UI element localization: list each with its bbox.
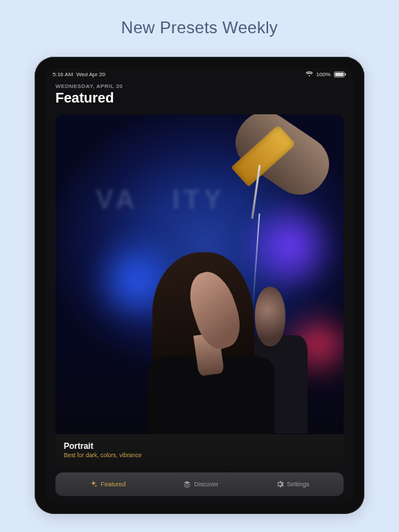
status-date: Wed Apr 20 <box>76 71 105 78</box>
status-battery-text: 100% <box>317 71 330 78</box>
tab-bar: Featured Discover Settings <box>55 472 344 496</box>
page-title: Featured <box>55 90 344 106</box>
preset-desc: Best for dark, colors, vibrance <box>64 452 335 459</box>
card-photo: VA ITY <box>55 114 344 434</box>
header: WEDNESDAY, APRIL 20 Featured <box>46 80 353 112</box>
tab-featured[interactable]: Featured <box>89 480 125 488</box>
status-time: 5:16 AM <box>53 71 73 78</box>
gear-icon <box>276 480 284 488</box>
sparkle-icon <box>89 480 98 488</box>
tab-settings[interactable]: Settings <box>276 480 310 488</box>
device-screen: 5:16 AM Wed Apr 20 100% WEDNESDAY, APRIL… <box>46 68 353 503</box>
wifi-icon <box>305 71 313 77</box>
device-frame: 5:16 AM Wed Apr 20 100% WEDNESDAY, APRIL… <box>35 57 364 514</box>
tab-label: Settings <box>287 481 310 488</box>
svg-rect-1 <box>335 73 344 76</box>
header-date: WEDNESDAY, APRIL 20 <box>55 83 344 89</box>
stack-icon <box>183 480 191 488</box>
battery-icon <box>334 71 346 78</box>
tab-label: Discover <box>194 481 218 488</box>
card-meta: Portrait Best for dark, colors, vibrance <box>55 434 344 467</box>
status-bar: 5:16 AM Wed Apr 20 100% <box>46 68 353 80</box>
preset-name: Portrait <box>64 441 335 451</box>
featured-card[interactable]: VA ITY Portrait Best for dark, colors, v… <box>55 114 344 467</box>
tab-discover[interactable]: Discover <box>183 480 218 488</box>
pouring-arm <box>211 124 332 252</box>
svg-rect-2 <box>345 73 346 75</box>
hero-title: New Presets Weekly <box>121 18 278 37</box>
tab-label: Featured <box>100 481 125 488</box>
